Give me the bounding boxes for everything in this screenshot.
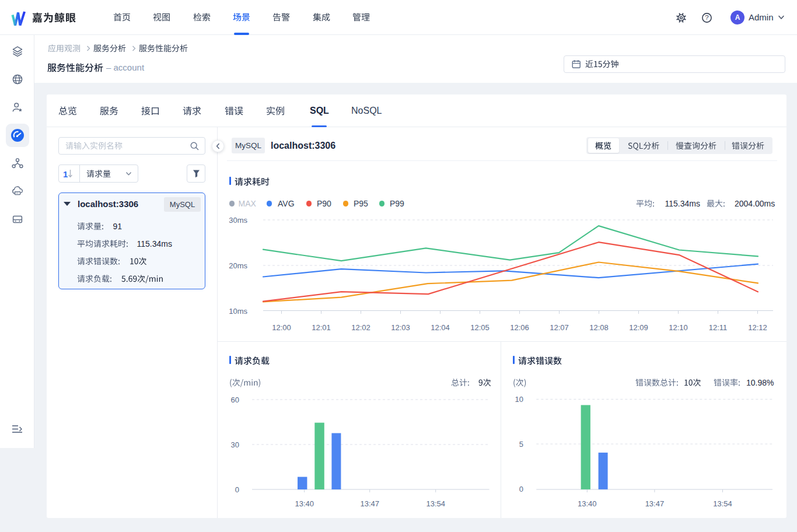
svg-text:10ms: 10ms (229, 307, 247, 316)
svg-text:0: 0 (235, 485, 239, 494)
svg-text:12:07: 12:07 (550, 323, 569, 332)
svg-text:13:47: 13:47 (645, 499, 665, 508)
svg-text:13:40: 13:40 (578, 499, 597, 508)
svg-text:12:05: 12:05 (470, 323, 490, 332)
svg-text:12:02: 12:02 (351, 323, 370, 332)
svg-text:12:00: 12:00 (272, 323, 291, 332)
svg-text:12:04: 12:04 (431, 323, 450, 332)
svg-text:5: 5 (519, 440, 523, 449)
svg-text:12:11: 12:11 (709, 323, 728, 332)
svg-text:60: 60 (231, 396, 239, 404)
svg-text:12:06: 12:06 (510, 323, 529, 332)
svg-text:30ms: 30ms (229, 216, 247, 225)
svg-text:20ms: 20ms (229, 261, 247, 270)
svg-text:12:10: 12:10 (669, 323, 688, 332)
svg-text:13:54: 13:54 (713, 499, 732, 508)
svg-text:12:08: 12:08 (589, 323, 609, 332)
svg-text:12:03: 12:03 (391, 323, 410, 332)
svg-text:30: 30 (231, 440, 239, 449)
svg-text:13:54: 13:54 (426, 499, 445, 508)
svg-text:1: 1 (63, 169, 68, 179)
svg-text:13:47: 13:47 (360, 499, 379, 508)
svg-text:12:01: 12:01 (312, 323, 331, 332)
svg-text:12:12: 12:12 (748, 323, 767, 332)
svg-text:0: 0 (519, 485, 523, 494)
svg-text:12:09: 12:09 (629, 323, 648, 332)
svg-text:?: ? (705, 14, 708, 21)
svg-text:10: 10 (515, 395, 523, 404)
svg-text:13:40: 13:40 (295, 499, 314, 508)
